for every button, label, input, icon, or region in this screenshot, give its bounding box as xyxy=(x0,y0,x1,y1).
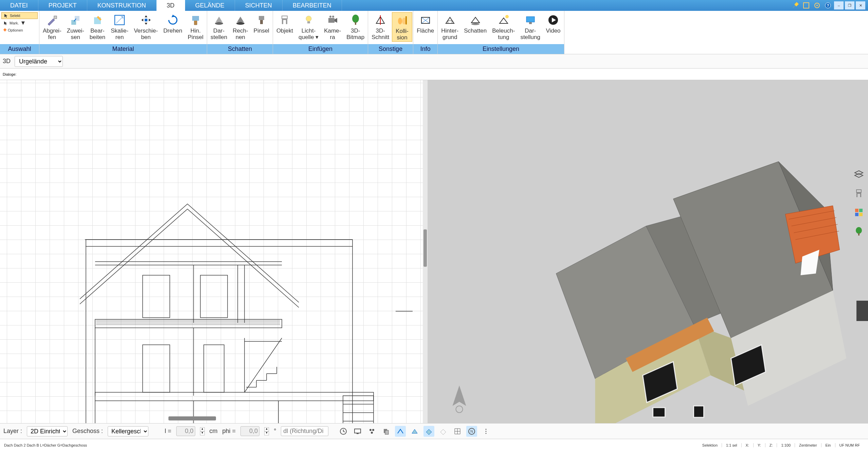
svg-point-22 xyxy=(329,16,331,18)
layers-icon[interactable] xyxy=(853,168,865,181)
status-ins: Ein xyxy=(821,443,835,447)
north-icon[interactable]: N xyxy=(466,426,477,437)
ribbon-group-einfuegen: Objekt Licht- quelle ▾ Kame- ra 3D- Bitm… xyxy=(273,11,368,54)
svg-rect-35 xyxy=(529,22,532,24)
grid-icon[interactable] xyxy=(452,426,463,437)
help-icon[interactable]: ? xyxy=(823,1,833,10)
drehen-button[interactable]: Drehen xyxy=(161,12,185,35)
tool-icon[interactable] xyxy=(791,1,800,10)
einfuegen-group-label: Einfügen xyxy=(273,44,368,54)
snap4-icon[interactable] xyxy=(438,426,449,437)
layer-select[interactable]: 2D Einricht xyxy=(27,426,68,436)
window-icon[interactable] xyxy=(801,1,811,10)
svg-rect-99 xyxy=(858,233,860,236)
snap3-icon[interactable] xyxy=(423,426,434,437)
tab-bearbeiten[interactable]: BEARBEITEN xyxy=(283,0,342,11)
target-icon[interactable] xyxy=(812,1,822,10)
phi-input[interactable] xyxy=(240,426,259,436)
svg-point-32 xyxy=(471,23,480,25)
skalieren-button[interactable]: Skalie- ren xyxy=(108,12,131,41)
flaeche-button[interactable]: Fläche xyxy=(414,12,437,35)
snap1-icon[interactable] xyxy=(395,426,406,437)
tab-sichten[interactable]: SICHTEN xyxy=(235,0,283,11)
copy-icon[interactable] xyxy=(381,426,392,437)
pinsel-button[interactable]: Pinsel xyxy=(251,12,272,35)
beleuchtung-button[interactable]: Beleuch- tung xyxy=(489,12,518,41)
svg-rect-39 xyxy=(200,275,228,318)
rechnen-button[interactable]: Rech- nen xyxy=(230,12,251,41)
l-spinner[interactable]: ▲▼ xyxy=(200,427,205,435)
objekt-button[interactable]: Objekt xyxy=(274,12,296,35)
ribbon-group-info: Fläche Info xyxy=(413,11,438,54)
verschieben-button[interactable]: Verschie- ben xyxy=(131,12,161,41)
view-3d[interactable] xyxy=(428,80,868,423)
level-tick xyxy=(396,311,413,312)
svg-rect-38 xyxy=(143,275,170,318)
svg-rect-14 xyxy=(259,16,264,20)
abgreifen-button[interactable]: Abgrei- fen xyxy=(40,12,64,41)
kamera-button[interactable]: Kame- ra xyxy=(321,12,344,41)
view-2d[interactable] xyxy=(0,80,423,423)
geschoss-label: Geschoss : xyxy=(72,428,103,435)
selekt-button[interactable]: Selekt xyxy=(1,12,38,19)
splitter-handle[interactable] xyxy=(423,229,427,267)
svg-rect-20 xyxy=(307,21,310,23)
video-button[interactable]: Video xyxy=(543,12,563,35)
minimize-icon[interactable]: – xyxy=(834,1,844,10)
svg-point-27 xyxy=(398,18,402,24)
tab-3d[interactable]: 3D xyxy=(157,0,185,11)
status-unit: Zentimeter xyxy=(795,443,821,447)
dl-input[interactable] xyxy=(281,426,328,436)
status-bar: Dach Dach 2 Dach B L=Dächer G=Dachgescho… xyxy=(0,439,868,451)
svg-rect-29 xyxy=(405,16,407,24)
svg-text:N: N xyxy=(470,429,473,433)
svg-rect-5 xyxy=(54,16,57,19)
status-z: Z: xyxy=(765,443,777,447)
materials-icon[interactable] xyxy=(853,206,865,219)
kollision-button[interactable]: Kolli- sion xyxy=(392,12,412,42)
snap2-icon[interactable] xyxy=(409,426,420,437)
lichtquelle-button[interactable]: Licht- quelle ▾ xyxy=(296,12,321,41)
svg-rect-87 xyxy=(653,408,665,417)
restore-icon[interactable]: ❐ xyxy=(845,1,854,10)
group-icon[interactable] xyxy=(366,426,377,437)
plants-icon[interactable] xyxy=(853,225,865,238)
optionen-button[interactable]: ✚ Optionen xyxy=(1,27,38,33)
right-panel-tab[interactable] xyxy=(856,301,868,321)
hinpinsel-button[interactable]: Hin. Pinsel xyxy=(185,12,206,41)
geschoss-select[interactable]: Kellergesch xyxy=(108,426,148,436)
hintergrund-button[interactable]: Hinter- grund xyxy=(438,12,461,41)
bearbeiten-button[interactable]: Bear- beiten xyxy=(87,12,108,41)
ribbon-group-material: Abgrei- fen Zuwei- sen Bear- beiten Skal… xyxy=(39,11,207,54)
3dschnitt-button[interactable]: 3D- Schnitt xyxy=(369,12,392,41)
schatten-setting-button[interactable]: Schatten xyxy=(461,12,489,35)
clock-icon[interactable] xyxy=(338,426,349,437)
svg-rect-6 xyxy=(71,20,76,25)
horizontal-scroll-thumb[interactable] xyxy=(168,416,216,420)
mark-button[interactable]: Mark. ▼ xyxy=(1,19,38,27)
darstellen-button[interactable]: Dar- stellen xyxy=(208,12,230,41)
zuweisen-button[interactable]: Zuwei- sen xyxy=(64,12,87,41)
sonstige-group-label: Sonstige xyxy=(368,44,413,54)
l-input[interactable] xyxy=(176,426,195,436)
view-bar: 3D Urgelände xyxy=(0,54,868,69)
close-icon[interactable]: ✕ xyxy=(856,1,865,10)
svg-point-112 xyxy=(486,433,487,434)
terrain-select[interactable]: Urgelände xyxy=(15,56,63,67)
tab-gelaende[interactable]: GELÄNDE xyxy=(185,0,235,11)
tab-konstruktion[interactable]: KONSTRUKTION xyxy=(87,0,157,11)
tab-datei[interactable]: DATEI xyxy=(0,0,38,11)
svg-point-23 xyxy=(332,16,334,18)
3dbitmap-button[interactable]: 3D- Bitmap xyxy=(344,12,367,41)
darstellung-button[interactable]: Dar- stellung xyxy=(518,12,543,41)
tab-projekt[interactable]: PROJEKT xyxy=(38,0,87,11)
monitor-icon[interactable] xyxy=(352,426,363,437)
ribbon-group-schatten: Dar- stellen Rech- nen Pinsel Schatten xyxy=(207,11,273,54)
house-cross-section xyxy=(0,80,423,423)
phi-spinner[interactable]: ▲▼ xyxy=(264,427,269,435)
more-icon[interactable] xyxy=(481,426,491,437)
view-splitter[interactable] xyxy=(423,80,428,423)
furniture-icon[interactable] xyxy=(853,187,865,200)
ribbon-group-auswahl: Selekt Mark. ▼ ✚ Optionen Auswahl xyxy=(0,11,39,54)
dialoge-bar: Dialoge: xyxy=(0,69,868,80)
